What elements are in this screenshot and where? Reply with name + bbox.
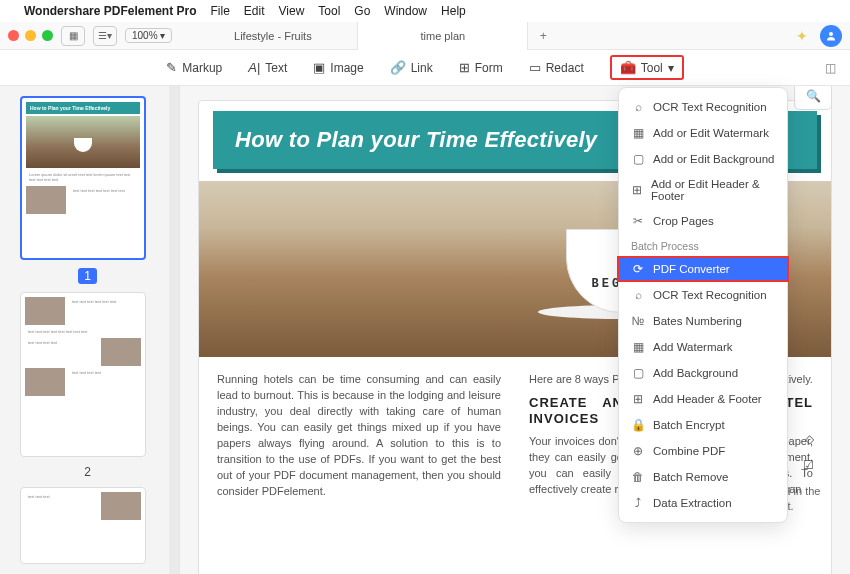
dd-ocr-batch[interactable]: ⌕OCR Text Recognition xyxy=(619,282,787,308)
dd-bates-numbering[interactable]: №Bates Numbering xyxy=(619,308,787,334)
redact-icon: ▭ xyxy=(529,60,541,75)
dd-section-header: Batch Process xyxy=(619,234,787,256)
lock-icon: 🔒 xyxy=(631,418,645,432)
text-button[interactable]: A|Text xyxy=(248,60,287,75)
page-number-2: 2 xyxy=(20,465,155,479)
markup-icon: ✎ xyxy=(166,60,177,75)
dd-add-watermark[interactable]: ▦Add Watermark xyxy=(619,334,787,360)
header-footer-icon: ⊞ xyxy=(631,392,645,406)
menu-file[interactable]: File xyxy=(211,4,230,18)
extract-icon: ⤴ xyxy=(631,496,645,510)
dd-label: Data Extraction xyxy=(653,497,732,509)
background-icon: ▢ xyxy=(631,366,645,380)
redact-button[interactable]: ▭Redact xyxy=(529,60,584,75)
search-button[interactable]: 🔍 xyxy=(794,86,832,110)
dd-add-edit-header-footer[interactable]: ⊞Add or Edit Header & Footer xyxy=(619,172,787,208)
dd-label: Batch Remove xyxy=(653,471,728,483)
dd-label: Add or Edit Watermark xyxy=(653,127,769,139)
thumbnail-sidebar: How to Plan your Time Effectively Lorem … xyxy=(0,86,180,574)
form-button[interactable]: ⊞Form xyxy=(459,60,503,75)
page-thumbnail-2[interactable]: text text text text text text text text … xyxy=(20,292,146,456)
bates-icon: № xyxy=(631,314,645,328)
menu-help[interactable]: Help xyxy=(441,4,466,18)
properties-icon[interactable]: ◇ xyxy=(805,432,814,446)
sidebar-scrollbar[interactable] xyxy=(169,86,179,574)
dd-add-background[interactable]: ▢Add Background xyxy=(619,360,787,386)
ocr-icon: ⌕ xyxy=(631,288,645,302)
text-label: Text xyxy=(265,61,287,75)
zoom-value: 100% xyxy=(132,30,158,41)
dd-label: Combine PDF xyxy=(653,445,725,457)
combine-icon: ⊕ xyxy=(631,444,645,458)
dd-batch-encrypt[interactable]: 🔒Batch Encrypt xyxy=(619,412,787,438)
sidebar-toggle-icon[interactable]: ☰▾ xyxy=(93,26,117,46)
thumb-title: How to Plan your Time Effectively xyxy=(26,102,140,114)
dd-add-header-footer[interactable]: ⊞Add Header & Footer xyxy=(619,386,787,412)
header-footer-icon: ⊞ xyxy=(631,183,643,197)
panel-toggle-icon[interactable]: ◫ xyxy=(825,61,836,75)
new-tab-button[interactable]: + xyxy=(528,22,558,50)
dd-label: Add Background xyxy=(653,367,738,379)
tool-button[interactable]: 🧰Tool▾ xyxy=(610,55,684,80)
page-thumbnail-1[interactable]: How to Plan your Time Effectively Lorem … xyxy=(20,96,146,260)
search-icon: 🔍 xyxy=(806,89,821,103)
ocr-icon: ⌕ xyxy=(631,100,645,114)
maximize-window-button[interactable] xyxy=(42,30,53,41)
page-number-1: 1 xyxy=(20,268,155,284)
dd-combine-pdf[interactable]: ⊕Combine PDF xyxy=(619,438,787,464)
dd-label: Bates Numbering xyxy=(653,315,742,327)
toolbox-icon: 🧰 xyxy=(620,60,636,75)
traffic-lights xyxy=(8,30,53,41)
form-label: Form xyxy=(475,61,503,75)
minimize-window-button[interactable] xyxy=(25,30,36,41)
thumbnail-view-icon[interactable]: ▦ xyxy=(61,26,85,46)
image-button[interactable]: ▣Image xyxy=(313,60,363,75)
page-thumbnail-3[interactable]: text text text xyxy=(20,487,146,564)
close-window-button[interactable] xyxy=(8,30,19,41)
tab-lifestyle-fruits[interactable]: Lifestyle - Fruits xyxy=(188,22,358,50)
dd-crop-pages[interactable]: ✂Crop Pages xyxy=(619,208,787,234)
dd-pdf-converter[interactable]: ⟳PDF Converter xyxy=(617,256,789,282)
dd-label: Add or Edit Header & Footer xyxy=(651,178,775,202)
redact-label: Redact xyxy=(546,61,584,75)
menu-tool[interactable]: Tool xyxy=(318,4,340,18)
menu-go[interactable]: Go xyxy=(354,4,370,18)
tool-dropdown: ⌕OCR Text Recognition ▦Add or Edit Water… xyxy=(618,87,788,523)
image-icon: ▣ xyxy=(313,60,325,75)
watermark-icon: ▦ xyxy=(631,126,645,140)
user-avatar[interactable] xyxy=(820,25,842,47)
document-tabs: Lifestyle - Fruits time plan + xyxy=(188,22,788,50)
trash-icon: 🗑 xyxy=(631,470,645,484)
tab-time-plan[interactable]: time plan xyxy=(358,22,528,50)
converter-icon: ⟳ xyxy=(631,262,645,276)
dd-add-edit-watermark[interactable]: ▦Add or Edit Watermark xyxy=(619,120,787,146)
dd-label: OCR Text Recognition xyxy=(653,101,767,113)
dd-ocr-text-recognition[interactable]: ⌕OCR Text Recognition xyxy=(619,94,787,120)
dd-label: Add Watermark xyxy=(653,341,732,353)
dd-data-extraction[interactable]: ⤴Data Extraction xyxy=(619,490,787,516)
link-button[interactable]: 🔗Link xyxy=(390,60,433,75)
dd-label: Add Header & Footer xyxy=(653,393,762,405)
form-icon: ⊞ xyxy=(459,60,470,75)
body-column-1: Running hotels can be time consuming and… xyxy=(217,371,501,499)
background-icon: ▢ xyxy=(631,152,645,166)
tips-icon[interactable]: ✦ xyxy=(796,28,808,44)
menu-view[interactable]: View xyxy=(279,4,305,18)
dd-add-edit-background[interactable]: ▢Add or Edit Background xyxy=(619,146,787,172)
dd-label: Batch Encrypt xyxy=(653,419,725,431)
menu-window[interactable]: Window xyxy=(384,4,427,18)
dd-label: PDF Converter xyxy=(653,263,730,275)
chevron-down-icon: ▾ xyxy=(668,61,674,75)
menu-edit[interactable]: Edit xyxy=(244,4,265,18)
zoom-select[interactable]: 100% ▾ xyxy=(125,28,172,43)
checkbox-icon[interactable]: ☑ xyxy=(803,458,814,472)
watermark-icon: ▦ xyxy=(631,340,645,354)
markup-button[interactable]: ✎Markup xyxy=(166,60,222,75)
app-name[interactable]: Wondershare PDFelement Pro xyxy=(24,4,197,18)
crop-icon: ✂ xyxy=(631,214,645,228)
macos-menubar: Wondershare PDFelement Pro File Edit Vie… xyxy=(0,0,850,22)
image-label: Image xyxy=(330,61,363,75)
markup-label: Markup xyxy=(182,61,222,75)
dd-batch-remove[interactable]: 🗑Batch Remove xyxy=(619,464,787,490)
main-toolbar: ✎Markup A|Text ▣Image 🔗Link ⊞Form ▭Redac… xyxy=(0,50,850,86)
